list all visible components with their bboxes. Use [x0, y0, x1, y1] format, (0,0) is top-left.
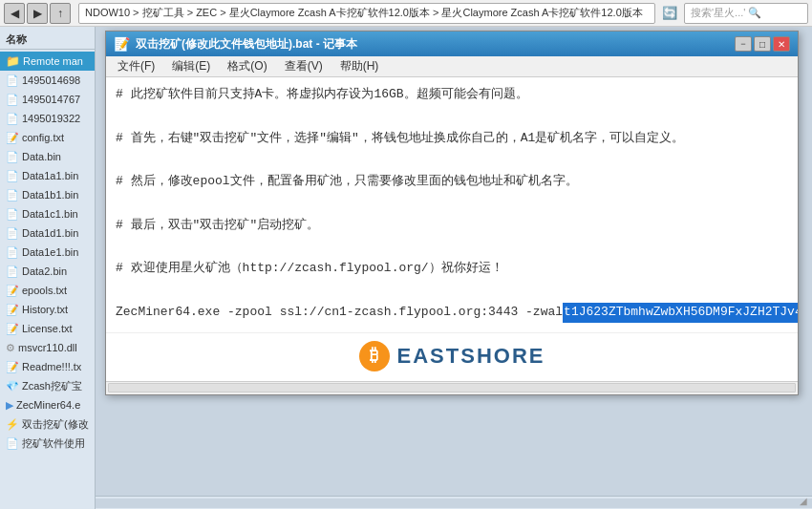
bin-icon: 📄: [6, 206, 19, 222]
sidebar-item-label: ZecMiner64.e: [16, 397, 80, 413]
notepad-title: 双击挖矿(修改此文件钱包地址).bat - 记事本: [136, 36, 357, 53]
bin-icon: 📄: [6, 187, 19, 202]
nav-up-button[interactable]: ↑: [50, 3, 71, 24]
sidebar-item-zcash-tool[interactable]: 💎 Zcash挖矿宝: [0, 376, 95, 395]
sidebar-item-doubleclick[interactable]: ⚡ 双击挖矿(修改: [0, 414, 95, 434]
line-3: # 然后，修改epool文件，配置备用矿池，只需要修改里面的钱包地址和矿机名字。: [116, 172, 788, 192]
notepad-icon: 📝: [114, 36, 130, 52]
sidebar-item-data1b1[interactable]: 📄 Data1b1.bin: [0, 185, 95, 204]
menu-format[interactable]: 格式(O): [220, 56, 274, 76]
sidebar-item-data1c1[interactable]: 📄 Data1c1.bin: [0, 204, 95, 223]
menu-help[interactable]: 帮助(H): [332, 56, 387, 76]
bin-icon: 📄: [6, 244, 19, 260]
sidebar-item-msvcr[interactable]: ⚙ msvcr110.dll: [0, 338, 95, 357]
sidebar-header: 名称: [0, 31, 95, 50]
sidebar-item-mining-guide[interactable]: 📄 挖矿软件使用: [0, 434, 95, 453]
explorer-hscrollbar[interactable]: [96, 496, 812, 509]
notepad-hscrollbar[interactable]: [106, 381, 798, 394]
eastshore-area: ₿ EASTSHORE: [106, 332, 798, 381]
txt-icon: 📝: [6, 130, 19, 145]
exe-icon: ▶: [6, 397, 13, 413]
notepad-menubar: 文件(F) 编辑(E) 格式(O) 查看(V) 帮助(H): [106, 56, 798, 77]
sidebar-item-label: epools.txt: [22, 283, 67, 298]
line-blank-3: [116, 194, 788, 214]
sidebar-item-label: 双击挖矿(修改: [22, 416, 89, 432]
sidebar-item-data1d1[interactable]: 📄 Data1d1.bin: [0, 223, 95, 243]
file-sidebar[interactable]: 名称 📁 Remote man 📄 1495014698 📄 149501476…: [0, 27, 96, 509]
refresh-icon: 🔄: [662, 6, 677, 20]
explorer-toolbar: ◀ ▶ ↑ NDOW10 > 挖矿工具 > ZEC > 星火Claymore Z…: [0, 0, 812, 27]
bitcoin-icon: ₿: [359, 341, 390, 371]
main-layout: 名称 📁 Remote man 📄 1495014698 📄 149501476…: [0, 27, 812, 509]
sidebar-item-label: 挖矿软件使用: [22, 435, 85, 451]
line-blank-1: [116, 107, 788, 127]
breadcrumb[interactable]: NDOW10 > 挖矿工具 > ZEC > 星火Claymore Zcash A…: [78, 3, 655, 24]
menu-file[interactable]: 文件(F): [110, 56, 162, 76]
sidebar-item-data[interactable]: 📄 Data.bin: [0, 147, 95, 166]
line-blank-2: [116, 150, 788, 170]
sidebar-item-epools[interactable]: 📝 epools.txt: [0, 281, 95, 300]
sidebar-item-label: Remote man: [23, 53, 83, 69]
sidebar-item-license[interactable]: 📝 License.txt: [0, 319, 95, 338]
sidebar-item-label: Data1c1.bin: [22, 206, 78, 222]
search-box[interactable]: 搜索'星火...' 🔍: [684, 3, 808, 24]
search-placeholder-text: 搜索'星火...' 🔍: [691, 6, 761, 20]
txt-icon: 📝: [6, 283, 19, 298]
sidebar-item-data1a1[interactable]: 📄 Data1a1.bin: [0, 166, 95, 185]
nav-forward-button[interactable]: ▶: [27, 3, 48, 24]
line-blank-5: [116, 281, 788, 301]
close-button[interactable]: ✕: [773, 36, 790, 52]
sidebar-item-history[interactable]: 📝 History.txt: [0, 300, 95, 319]
sidebar-item-3[interactable]: 📄 1495019322: [0, 109, 95, 128]
wallet-address: t1J623ZTbmhwZwbXH56DM9FxJZH2TJv4a1c: [563, 303, 798, 323]
sidebar-item-data1e1[interactable]: 📄 Data1e1.bin: [0, 243, 95, 262]
txt-icon: 📝: [6, 359, 19, 374]
sidebar-item-label: Readme!!!.tx: [22, 359, 81, 374]
sidebar-item-readme[interactable]: 📝 Readme!!!.tx: [0, 357, 95, 376]
folder-icon: 📁: [6, 53, 20, 69]
sidebar-item-label: Data.bin: [22, 149, 61, 164]
sidebar-item-config[interactable]: 📝 config.txt: [0, 128, 95, 147]
notepad-content[interactable]: # 此挖矿软件目前只支持A卡。将虚拟内存设为16GB。超频可能会有问题。 # 首…: [106, 77, 798, 332]
sidebar-item-label: msvcr110.dll: [18, 340, 77, 355]
menu-view[interactable]: 查看(V): [277, 56, 331, 76]
bin-icon: 📄: [6, 168, 19, 183]
sidebar-item-label: Data1b1.bin: [22, 187, 78, 202]
file-icon: 📄: [6, 92, 19, 107]
sidebar-item-2[interactable]: 📄 1495014767: [0, 90, 95, 109]
dll-icon: ⚙: [6, 340, 15, 355]
nav-back-button[interactable]: ◀: [4, 3, 25, 24]
sidebar-item-label: Data2.bin: [22, 264, 67, 279]
maximize-button[interactable]: □: [754, 36, 771, 52]
refresh-button[interactable]: 🔄: [659, 3, 680, 24]
notepad-window: 📝 双击挖矿(修改此文件钱包地址).bat - 记事本 － □ ✕ 文件(F) …: [105, 31, 799, 395]
notepad-titlebar: 📝 双击挖矿(修改此文件钱包地址).bat - 记事本 － □ ✕: [106, 32, 798, 56]
line-blank-4: [116, 238, 788, 258]
sidebar-item-label: History.txt: [22, 302, 68, 317]
sidebar-item-label: 1495014698: [22, 73, 80, 88]
hscroll-area: [96, 498, 812, 508]
line-1: # 此挖矿软件目前只支持A卡。将虚拟内存设为16GB。超频可能会有问题。: [116, 85, 788, 105]
command-prefix: ZecMiner64.exe -zpool ssl://cn1-zcash.fl…: [116, 303, 563, 323]
sidebar-item-label: License.txt: [22, 321, 73, 336]
txt-icon: 📝: [6, 302, 19, 317]
sidebar-item-1[interactable]: 📄 1495014698: [0, 71, 95, 90]
eastshore-logo: ₿ EASTSHORE: [359, 341, 545, 371]
sidebar-item-label: 1495014767: [22, 92, 80, 107]
command-line: ZecMiner64.exe -zpool ssl://cn1-zcash.fl…: [116, 303, 788, 323]
eastshore-brand-name: EASTSHORE: [397, 344, 545, 369]
bat-icon: ⚡: [6, 416, 19, 432]
minimize-button[interactable]: －: [735, 36, 752, 52]
sidebar-item-data2[interactable]: 📄 Data2.bin: [0, 262, 95, 281]
sidebar-item-remote[interactable]: 📁 Remote man: [0, 52, 95, 71]
bin-icon: 📄: [6, 149, 19, 164]
sidebar-item-label: Zcash挖矿宝: [22, 378, 82, 393]
content-area: 📝 双击挖矿(修改此文件钱包地址).bat - 记事本 － □ ✕ 文件(F) …: [96, 27, 812, 509]
bin-icon: 📄: [6, 225, 19, 241]
hscroll-track[interactable]: [108, 383, 796, 392]
menu-edit[interactable]: 编辑(E): [164, 56, 218, 76]
sidebar-item-zecminer[interactable]: ▶ ZecMiner64.e: [0, 395, 95, 414]
file-icon: 📄: [6, 111, 19, 126]
txt-icon: 📝: [6, 321, 19, 336]
resize-handle[interactable]: ◢: [797, 494, 810, 507]
